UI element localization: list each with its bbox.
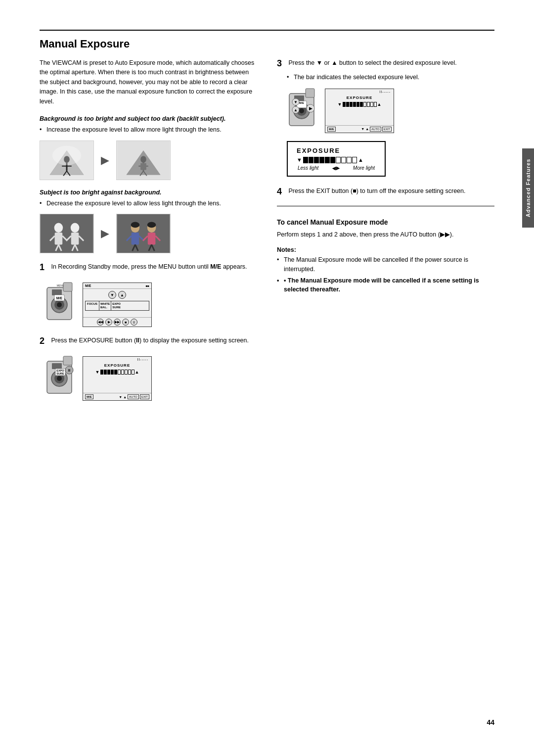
step1-diagram: MENU M/E M/E ■■ <box>44 278 257 327</box>
step3-number: 3 <box>277 58 287 69</box>
step2-camera: EXPO SURE II <box>44 351 77 401</box>
svg-rect-58 <box>63 356 72 365</box>
backlit-after-image <box>116 141 171 180</box>
step1-number: 1 <box>40 262 49 273</box>
step4-block: 4 Press the EXIT button (■) to turn off … <box>277 187 494 197</box>
step1-camera: MENU M/E <box>44 278 77 327</box>
note-item-1: The Manual Exposure mode will be cancell… <box>277 255 494 274</box>
step1-lcd: M/E ■■ ▼ ▲ FOCUS WHITEBAL. EXPOSURE <box>83 283 152 327</box>
subject-bright-heading: Subject is too bright against background… <box>40 189 257 196</box>
top-rule <box>40 30 494 31</box>
page-title: Manual Exposure <box>40 38 494 50</box>
svg-rect-69 <box>306 89 314 97</box>
sidebar-label: Advanced Features <box>522 148 534 228</box>
svg-point-7 <box>52 145 82 165</box>
step1-text: In Recording Standby mode, press the MEN… <box>49 262 247 272</box>
notes-title: Notes: <box>277 246 494 253</box>
svg-rect-38 <box>148 233 156 244</box>
backlit-before-image <box>40 141 94 180</box>
svg-text:M/E: M/E <box>56 296 63 300</box>
subject-bright-after-image <box>116 214 171 253</box>
step3-text: Press the ▼ or ▲ button to select the de… <box>287 58 457 68</box>
step2-diagram: EXPO SURE II II----- <box>44 351 257 401</box>
step3-block: 3 Press the ▼ or ▲ button to select the … <box>277 58 494 177</box>
svg-point-17 <box>54 223 63 233</box>
step3-diagram: M/E ▼ ▲ ▶ <box>287 86 494 133</box>
step2-lcd: II----- EXPOSURE ▼ <box>83 356 152 401</box>
svg-text:M/E: M/E <box>299 101 304 104</box>
intro-text: The VIEWCAM is preset to Auto Exposure m… <box>40 58 257 106</box>
svg-rect-57 <box>52 363 62 369</box>
svg-point-23 <box>71 223 80 233</box>
step4-text: Press the EXIT button (■) to turn off th… <box>287 187 465 196</box>
step4-number: 4 <box>277 187 287 197</box>
svg-text:II: II <box>68 368 70 373</box>
svg-point-47 <box>57 302 62 307</box>
page-number: 44 <box>487 718 494 726</box>
step2-text: Press the EXPOSURE button (II) to displa… <box>49 336 249 345</box>
cancel-title: To cancel Manual Exposure mode <box>277 218 494 226</box>
svg-rect-18 <box>55 233 63 244</box>
step2-number: 2 <box>40 336 49 346</box>
more-light-label: More light <box>353 165 375 171</box>
less-light-label: Less light <box>298 165 318 171</box>
notes-section: Notes: The Manual Exposure mode will be … <box>277 246 494 294</box>
svg-rect-24 <box>71 233 79 244</box>
svg-rect-49 <box>63 283 72 291</box>
svg-rect-15 <box>140 163 146 170</box>
note-item-2: • The Manual Exposure mode will be cance… <box>277 276 494 295</box>
svg-rect-16 <box>40 214 93 253</box>
svg-point-10 <box>140 156 146 163</box>
exposure-display-large: EXPOSURE ▼ <box>287 141 494 177</box>
backlit-bullet: Increase the exposure level to allow mor… <box>40 125 257 135</box>
arrow-right-icon-2: ▶ <box>101 227 109 240</box>
cancel-text: Perform steps 1 and 2 above, then press … <box>277 230 494 239</box>
subject-bright-bullet: Decrease the exposure level to allow les… <box>40 199 257 208</box>
arrow-indicator: ◀▶ <box>332 165 340 171</box>
step3-lcd: II----- EXPOSURE ▼ <box>325 89 394 133</box>
arrow-right-icon: ▶ <box>101 154 109 167</box>
svg-point-43 <box>147 222 156 228</box>
step3-camera: M/E ▼ ▲ ▶ <box>287 86 319 133</box>
svg-rect-48 <box>52 289 62 295</box>
step1-block: 1 In Recording Standby mode, press the M… <box>40 262 257 327</box>
svg-text:▶: ▶ <box>309 106 312 111</box>
svg-rect-31 <box>132 233 139 244</box>
svg-text:MENU: MENU <box>57 284 64 287</box>
backlit-illustrations: ▶ <box>40 141 257 180</box>
step3-bullet: The bar indicates the selected exposure … <box>287 73 494 82</box>
step2-block: 2 Press the EXPOSURE button (II) to disp… <box>40 336 257 401</box>
subject-bright-illustrations: ▶ <box>40 214 257 253</box>
cancel-section: To cancel Manual Exposure mode Perform s… <box>277 206 494 239</box>
svg-point-36 <box>131 222 140 228</box>
svg-text:▲: ▲ <box>294 108 298 112</box>
svg-text:SURE: SURE <box>56 372 64 375</box>
svg-point-56 <box>57 376 62 381</box>
backlit-heading: Background is too bright and subject too… <box>40 115 257 122</box>
exposure-title: EXPOSURE <box>297 147 376 154</box>
svg-text:▼: ▼ <box>294 100 298 104</box>
svg-rect-29 <box>117 214 170 253</box>
subject-bright-before-image <box>40 214 94 253</box>
svg-point-67 <box>299 108 304 113</box>
